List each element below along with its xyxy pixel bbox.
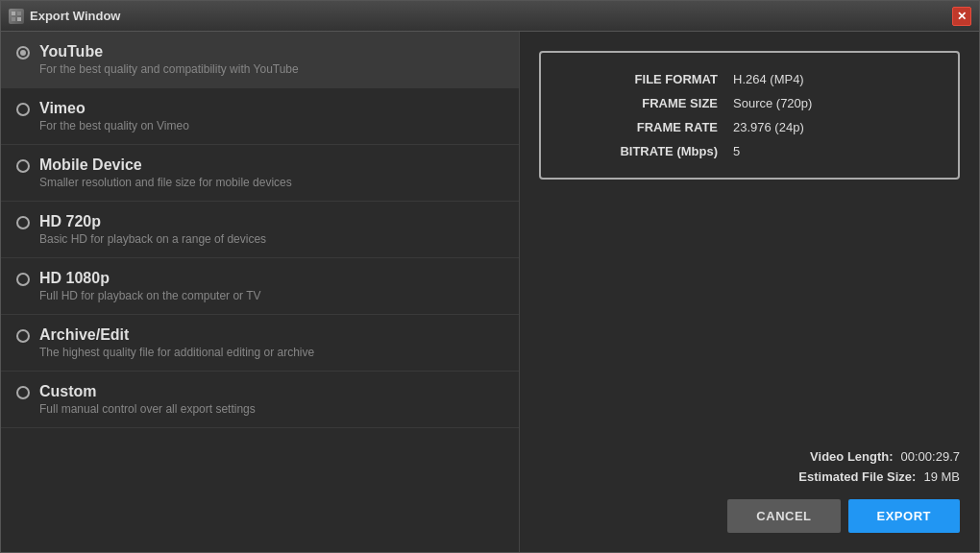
preset-desc-vimeo: For the best quality on Vimeo (39, 119, 189, 132)
preset-name-archive: Archive/Edit (39, 326, 314, 344)
preset-item-vimeo[interactable]: VimeoFor the best quality on Vimeo (1, 88, 519, 145)
radio-hd720 (16, 216, 30, 229)
cancel-button[interactable]: CANCEL (727, 499, 840, 533)
preset-desc-youtube: For the best quality and compatibility w… (39, 62, 299, 76)
bitrate-row: BITRATE (Mbps) 5 (564, 144, 935, 158)
preset-name-custom: Custom (39, 383, 256, 400)
video-length-value: 00:00:29.7 (901, 449, 960, 464)
file-info-section: Video Length: 00:00:29.7 Estimated File … (539, 430, 960, 533)
preset-desc-mobile: Smaller resolution and file size for mob… (39, 176, 292, 189)
frame-size-row: FRAME SIZE Source (720p) (564, 96, 935, 110)
preset-item-mobile[interactable]: Mobile DeviceSmaller resolution and file… (1, 145, 519, 202)
window-title: Export Window (30, 9, 121, 23)
radio-vimeo (16, 103, 30, 116)
frame-size-label: FRAME SIZE (564, 96, 718, 110)
frame-size-value: Source (720p) (733, 96, 812, 110)
svg-rect-1 (17, 12, 21, 15)
frame-rate-row: FRAME RATE 23.976 (24p) (564, 120, 935, 134)
radio-youtube (16, 46, 30, 60)
radio-archive (16, 329, 30, 343)
radio-custom (16, 386, 30, 399)
frame-rate-label: FRAME RATE (564, 120, 718, 134)
bitrate-label: BITRATE (Mbps) (564, 144, 718, 158)
preset-item-hd1080[interactable]: HD 1080pFull HD for playback on the comp… (1, 258, 519, 315)
video-length-row: Video Length: 00:00:29.7 (539, 449, 960, 464)
preset-desc-hd720: Basic HD for playback on a range of devi… (39, 232, 266, 246)
file-format-label: FILE FORMAT (564, 72, 718, 86)
file-format-row: FILE FORMAT H.264 (MP4) (564, 72, 935, 86)
file-size-row: Estimated File Size: 19 MB (539, 469, 960, 484)
preset-desc-hd1080: Full HD for playback on the computer or … (39, 289, 261, 302)
title-bar: Export Window ✕ (1, 1, 979, 32)
preset-item-archive[interactable]: Archive/EditThe highest quality file for… (1, 315, 519, 372)
content-area: YouTubeFor the best quality and compatib… (1, 32, 979, 552)
video-length-label: Video Length: (810, 449, 893, 464)
title-bar-left: Export Window (9, 9, 121, 24)
svg-rect-0 (12, 12, 15, 15)
app-icon (9, 9, 24, 24)
radio-mobile (16, 159, 30, 173)
preset-item-hd720[interactable]: HD 720pBasic HD for playback on a range … (1, 202, 519, 258)
svg-rect-3 (17, 17, 21, 21)
file-format-value: H.264 (MP4) (733, 72, 804, 86)
presets-panel: YouTubeFor the best quality and compatib… (1, 32, 520, 552)
file-size-value: 19 MB (923, 469, 960, 484)
export-button[interactable]: EXPORT (848, 499, 960, 533)
preset-item-youtube[interactable]: YouTubeFor the best quality and compatib… (1, 32, 519, 88)
preset-name-mobile: Mobile Device (39, 156, 292, 174)
settings-panel: FILE FORMAT H.264 (MP4) FRAME SIZE Sourc… (520, 32, 979, 552)
close-button[interactable]: ✕ (952, 7, 971, 26)
preset-desc-custom: Full manual control over all export sett… (39, 402, 256, 416)
preset-name-youtube: YouTube (39, 43, 299, 60)
preset-name-hd720: HD 720p (39, 213, 266, 230)
svg-rect-2 (12, 17, 15, 21)
preset-item-custom[interactable]: CustomFull manual control over all expor… (1, 372, 519, 428)
bitrate-value: 5 (733, 144, 740, 158)
preset-name-vimeo: Vimeo (39, 100, 189, 117)
preset-name-hd1080: HD 1080p (39, 270, 261, 287)
action-buttons: CANCEL EXPORT (539, 499, 960, 533)
radio-hd1080 (16, 273, 30, 286)
format-info-box: FILE FORMAT H.264 (MP4) FRAME SIZE Sourc… (539, 51, 960, 180)
file-size-label: Estimated File Size: (798, 469, 916, 484)
export-window: Export Window ✕ YouTubeFor the best qual… (0, 0, 980, 553)
preset-desc-archive: The highest quality file for additional … (39, 346, 314, 359)
frame-rate-value: 23.976 (24p) (733, 120, 804, 134)
